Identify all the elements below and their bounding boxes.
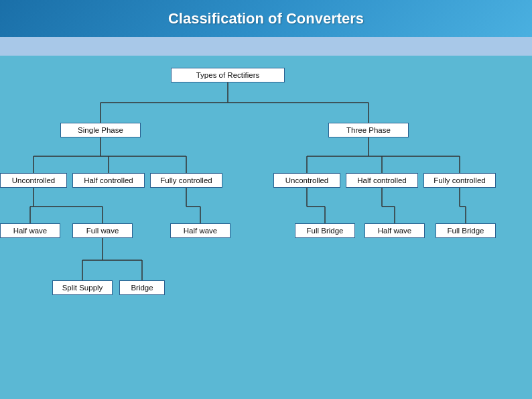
node-three-phase: Three Phase xyxy=(328,123,409,137)
node-three-fully-ctrl: Fully controlled xyxy=(423,173,496,188)
node-single-phase: Single Phase xyxy=(60,123,141,137)
node-single-unc-halfwave: Half wave xyxy=(0,223,60,238)
node-single-unc-fullwave: Full wave xyxy=(72,223,133,238)
node-three-full-fullbridge: Full Bridge xyxy=(436,223,496,238)
node-single-half-ctrl: Half controlled xyxy=(72,173,145,188)
node-three-unc-fullbridge: Full Bridge xyxy=(295,223,355,238)
node-single-fully-ctrl: Fully controlled xyxy=(150,173,222,188)
divider-bar xyxy=(0,37,532,56)
node-single-uncontrolled: Uncontrolled xyxy=(0,173,67,188)
node-bridge: Bridge xyxy=(119,280,165,295)
node-three-uncontrolled: Uncontrolled xyxy=(273,173,340,188)
node-three-half-halfwave: Half wave xyxy=(364,223,425,238)
main-content: Types of Rectifiers Single Phase Three P… xyxy=(0,56,532,399)
node-split-supply: Split Supply xyxy=(52,280,113,295)
header-title: Classification of Converters xyxy=(168,10,364,27)
node-single-full-halfwave: Half wave xyxy=(170,223,230,238)
node-types-of-rectifiers: Types of Rectifiers xyxy=(171,68,285,82)
header: Classification of Converters xyxy=(0,0,532,37)
node-three-half-ctrl: Half controlled xyxy=(346,173,418,188)
